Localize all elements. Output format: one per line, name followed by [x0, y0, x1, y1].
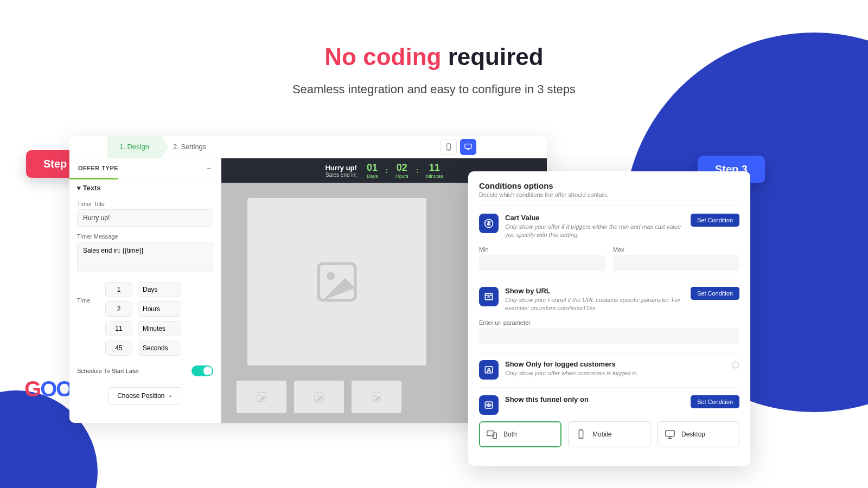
hero: No coding required Seamless integration … — [0, 43, 868, 97]
cd-hours-label: Hours — [395, 174, 409, 179]
svg-point-10 — [317, 395, 318, 396]
conditions-title: Conditions options — [479, 181, 739, 190]
monitor-icon — [464, 143, 473, 151]
choose-position-button[interactable]: Choose Position → — [108, 387, 182, 404]
svg-point-19 — [488, 404, 489, 406]
days-unit: Days — [138, 282, 181, 297]
cart-value-title: Cart Value — [505, 214, 684, 222]
device-desktop-card[interactable]: Desktop — [657, 421, 739, 447]
thumbnail[interactable] — [237, 381, 286, 413]
condition-cart-value: Cart Value Only show your offer if it tr… — [479, 206, 739, 279]
timer-title-input[interactable] — [77, 209, 213, 227]
days-input[interactable] — [105, 282, 132, 297]
phone-icon — [575, 428, 587, 440]
seconds-input[interactable] — [105, 341, 132, 356]
time-label: Time — [77, 297, 99, 304]
hours-input[interactable] — [105, 301, 132, 317]
tab-design[interactable]: 1. Design — [107, 136, 161, 158]
device-mobile-card[interactable]: Mobile — [568, 421, 650, 447]
cd-days-label: Days — [367, 174, 378, 179]
desktop-preview-button[interactable] — [460, 139, 476, 155]
devices-icon — [486, 428, 498, 440]
min-input[interactable] — [479, 255, 605, 271]
tab-bar: 1. Design 2. Settings — [69, 136, 547, 158]
svg-point-17 — [488, 368, 489, 370]
countdown-sub: Sales end in: — [325, 172, 357, 178]
logged-title: Show Only for logged customers — [505, 360, 725, 368]
thumbnail[interactable] — [294, 381, 344, 413]
svg-point-6 — [327, 272, 335, 280]
thumbnail[interactable] — [352, 381, 401, 413]
condition-logged-customers: Show Only for logged customers Only show… — [479, 352, 739, 387]
minutes-input[interactable] — [105, 321, 132, 336]
svg-rect-24 — [666, 430, 675, 436]
hours-unit: Hours — [138, 301, 181, 317]
dollar-icon — [479, 214, 499, 233]
device-both-card[interactable]: Both — [479, 421, 561, 447]
cd-days-num: 01 — [367, 162, 378, 174]
condition-show-by-url: Show by URL Only show your Funnel if the… — [479, 279, 739, 352]
conditions-panel: Conditions options Decide which conditio… — [468, 171, 750, 466]
set-condition-button[interactable]: Set Condition — [691, 287, 739, 300]
page-subtitle: Seamless integration and easy to configu… — [0, 82, 868, 97]
timer-title-label: Timer Title — [77, 201, 213, 207]
device-both-label: Both — [503, 431, 517, 438]
conditions-subtitle: Decide which conditions the offer should… — [479, 191, 739, 198]
set-condition-button[interactable]: Set Condition — [691, 214, 739, 227]
device-desktop-label: Desktop — [681, 431, 705, 438]
device-mobile-label: Mobile — [592, 431, 611, 438]
mobile-preview-button[interactable] — [441, 139, 457, 155]
condition-show-only-on: Show this funnel only on Set Condition B… — [479, 387, 739, 455]
preview-image-placeholder — [247, 198, 426, 365]
timer-message-label: Timer Message — [77, 233, 213, 240]
chevron-right-icon: → — [206, 165, 213, 171]
max-label: Max — [613, 246, 739, 253]
url-param-input[interactable] — [479, 328, 739, 344]
seconds-unit: Seconds — [138, 341, 181, 356]
svg-point-8 — [259, 395, 261, 396]
max-input[interactable] — [613, 255, 739, 271]
minutes-unit: Minutes — [138, 321, 181, 336]
cd-hours-num: 02 — [395, 162, 409, 174]
svg-point-12 — [374, 395, 376, 396]
schedule-label: Schedule To Start Later — [77, 368, 139, 374]
tab-settings[interactable]: 2. Settings — [161, 136, 218, 158]
page-title: No coding required — [0, 43, 868, 70]
design-sidebar: OFFER TYPE → ▾ Texts Timer Title Timer M… — [69, 158, 221, 423]
offer-type-label: OFFER TYPE — [78, 165, 118, 171]
image-icon — [312, 258, 361, 306]
user-icon — [479, 360, 499, 380]
cd-min-label: Minutes — [426, 174, 443, 179]
monitor-icon — [664, 428, 676, 440]
eye-icon — [479, 395, 499, 415]
image-icon — [371, 391, 382, 403]
logged-desc: Only show your offer when customers is l… — [505, 369, 725, 377]
url-param-label: Enter url parameter — [479, 319, 739, 326]
image-icon — [313, 391, 325, 403]
show-url-title: Show by URL — [505, 287, 684, 295]
logged-radio[interactable] — [732, 361, 739, 369]
timer-message-input[interactable] — [77, 242, 213, 272]
device-preview-toggle — [441, 139, 476, 155]
brand-logo: GOO — [24, 377, 72, 401]
show-url-desc: Only show your Funnel if the URL contain… — [505, 296, 684, 313]
only-on-title: Show this funnel only on — [505, 395, 684, 403]
browser-icon — [479, 287, 499, 306]
cart-value-desc: Only show your offer if it triggers with… — [505, 223, 684, 240]
schedule-toggle[interactable] — [192, 365, 213, 376]
cd-min-num: 11 — [426, 162, 443, 174]
texts-section-header[interactable]: ▾ Texts — [69, 178, 221, 197]
phone-icon — [444, 143, 453, 151]
set-condition-button[interactable]: Set Condition — [691, 395, 739, 408]
offer-type-row[interactable]: OFFER TYPE → — [69, 158, 221, 178]
image-icon — [256, 391, 267, 403]
countdown-title: Hurry up! — [325, 164, 357, 172]
time-rows: Days Hours Minutes Seconds — [105, 282, 181, 356]
svg-rect-2 — [465, 144, 471, 149]
min-label: Min — [479, 246, 605, 253]
